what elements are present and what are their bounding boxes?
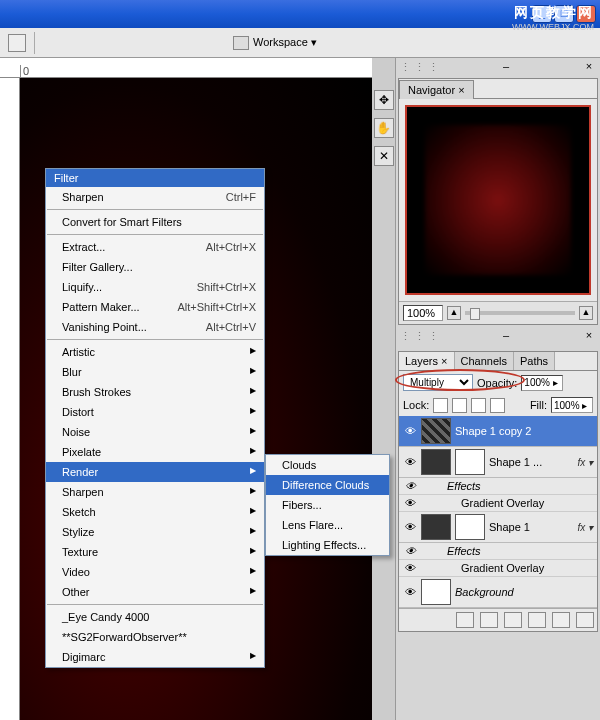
submenu-lighting-effects[interactable]: Lighting Effects... <box>266 535 389 555</box>
render-submenu: Clouds Difference Clouds Fibers... Lens … <box>265 454 390 556</box>
blend-mode-select[interactable]: Multiply <box>403 374 473 391</box>
visibility-icon[interactable]: 👁 <box>403 586 417 598</box>
crossed-tools-icon[interactable]: ✕ <box>374 146 394 166</box>
ruler-vertical <box>0 78 20 720</box>
fx-badge[interactable]: fx ▾ <box>577 457 593 468</box>
link-layers-icon[interactable] <box>456 612 474 628</box>
lock-all-icon[interactable] <box>490 398 505 413</box>
hand-icon[interactable]: ✋ <box>374 118 394 138</box>
layer-thumbnail[interactable] <box>421 418 451 444</box>
menu-item-sharpen[interactable]: Sharpen <box>46 482 264 502</box>
move-icon[interactable]: ✥ <box>374 90 394 110</box>
lock-transparency-icon[interactable] <box>433 398 448 413</box>
new-group-icon[interactable] <box>528 612 546 628</box>
menu-item-sharpen-last[interactable]: SharpenCtrl+F <box>46 187 264 207</box>
panel-collapse-icon[interactable]: – <box>499 329 513 343</box>
visibility-icon[interactable]: 👁 <box>403 521 417 533</box>
fx-badge[interactable]: fx ▾ <box>577 522 593 533</box>
window-titlebar: _ □ × <box>0 0 600 28</box>
tab-channels[interactable]: Channels <box>455 352 514 370</box>
filter-menu-title: Filter <box>46 169 264 187</box>
menu-item-video[interactable]: Video <box>46 562 264 582</box>
menu-item-extract[interactable]: Extract...Alt+Ctrl+X <box>46 237 264 257</box>
fill-label: Fill: <box>530 399 547 411</box>
menu-item-other[interactable]: Other <box>46 582 264 602</box>
zoom-value-input[interactable]: 100% <box>403 305 443 321</box>
zoom-out-icon[interactable]: ▲ <box>447 306 461 320</box>
menu-item-convert-smart[interactable]: Convert for Smart Filters <box>46 212 264 232</box>
menu-item-texture[interactable]: Texture <box>46 542 264 562</box>
menu-item-blur[interactable]: Blur <box>46 362 264 382</box>
menu-item-noise[interactable]: Noise <box>46 422 264 442</box>
layer-thumbnail[interactable] <box>421 579 451 605</box>
panel-grip[interactable]: ⋮⋮⋮–× <box>396 327 600 345</box>
layer-name[interactable]: Shape 1 <box>489 521 530 533</box>
layer-name[interactable]: Background <box>455 586 514 598</box>
layer-thumbnail[interactable] <box>421 514 451 540</box>
submenu-difference-clouds[interactable]: Difference Clouds <box>266 475 389 495</box>
layer-mask-icon[interactable] <box>504 612 522 628</box>
menu-item-liquify[interactable]: Liquify...Shift+Ctrl+X <box>46 277 264 297</box>
layer-mask-thumbnail[interactable] <box>455 449 485 475</box>
layers-panel: Layers × Channels Paths Multiply Opacity… <box>398 351 598 632</box>
submenu-fibers[interactable]: Fibers... <box>266 495 389 515</box>
effect-gradient-overlay[interactable]: 👁Gradient Overlay <box>399 560 597 577</box>
panel-close-icon[interactable]: × <box>582 60 596 74</box>
menu-item-pixelate[interactable]: Pixelate <box>46 442 264 462</box>
tab-paths[interactable]: Paths <box>514 352 555 370</box>
menu-item-artistic[interactable]: Artistic <box>46 342 264 362</box>
visibility-icon[interactable]: 👁 <box>403 456 417 468</box>
workspace-icon[interactable] <box>233 36 249 50</box>
options-bar: Workspace ▾ <box>0 28 600 58</box>
filter-menu: Filter SharpenCtrl+F Convert for Smart F… <box>45 168 265 668</box>
lock-position-icon[interactable] <box>471 398 486 413</box>
tab-navigator[interactable]: Navigator × <box>399 80 474 99</box>
menu-item-digimarc[interactable]: Digimarc <box>46 647 264 667</box>
layer-row[interactable]: 👁 Shape 1 fx ▾ <box>399 512 597 543</box>
menu-item-brush-strokes[interactable]: Brush Strokes <box>46 382 264 402</box>
menu-item-sketch[interactable]: Sketch <box>46 502 264 522</box>
layer-row[interactable]: 👁 Shape 1 copy 2 <box>399 416 597 447</box>
menu-item-distort[interactable]: Distort <box>46 402 264 422</box>
menu-item-eye-candy[interactable]: _Eye Candy 4000 <box>46 607 264 627</box>
panel-collapse-icon[interactable]: – <box>499 60 513 74</box>
lock-label: Lock: <box>403 399 429 411</box>
navigator-panel: Navigator × 100% ▲ ▲ <box>398 78 598 325</box>
opacity-input[interactable]: 100% ▸ <box>521 375 563 391</box>
opacity-label: Opacity: <box>477 377 517 389</box>
layer-row[interactable]: 👁 Shape 1 ... fx ▾ <box>399 447 597 478</box>
lock-pixels-icon[interactable] <box>452 398 467 413</box>
layer-style-icon[interactable] <box>480 612 498 628</box>
effects-row[interactable]: 👁Effects <box>399 543 597 560</box>
menu-item-filter-gallery[interactable]: Filter Gallery... <box>46 257 264 277</box>
submenu-lens-flare[interactable]: Lens Flare... <box>266 515 389 535</box>
panel-close-icon[interactable]: × <box>582 329 596 343</box>
zoom-in-icon[interactable]: ▲ <box>579 306 593 320</box>
side-tool-strip: ✥ ✋ ✕ <box>372 58 396 720</box>
layer-mask-thumbnail[interactable] <box>455 514 485 540</box>
effects-row[interactable]: 👁Effects <box>399 478 597 495</box>
ruler-horizontal: 0 <box>0 58 372 78</box>
layer-name[interactable]: Shape 1 copy 2 <box>455 425 531 437</box>
workspace-menu[interactable]: Workspace ▾ <box>253 36 317 49</box>
tool-preset-icon[interactable] <box>8 34 26 52</box>
submenu-clouds[interactable]: Clouds <box>266 455 389 475</box>
effect-gradient-overlay[interactable]: 👁Gradient Overlay <box>399 495 597 512</box>
watermark: 网页教学网 WWW.WEBJX.COM <box>512 4 594 32</box>
delete-layer-icon[interactable] <box>576 612 594 628</box>
tab-layers[interactable]: Layers × <box>399 352 455 370</box>
menu-item-stylize[interactable]: Stylize <box>46 522 264 542</box>
panel-grip[interactable]: ⋮⋮⋮–× <box>396 58 600 76</box>
menu-item-pattern-maker[interactable]: Pattern Maker...Alt+Shift+Ctrl+X <box>46 297 264 317</box>
layer-thumbnail[interactable] <box>421 449 451 475</box>
menu-item-vanishing-point[interactable]: Vanishing Point...Alt+Ctrl+V <box>46 317 264 337</box>
menu-item-render[interactable]: Render <box>46 462 264 482</box>
zoom-slider[interactable] <box>465 311 575 315</box>
fill-input[interactable]: 100% ▸ <box>551 397 593 413</box>
visibility-icon[interactable]: 👁 <box>403 425 417 437</box>
new-layer-icon[interactable] <box>552 612 570 628</box>
layer-row[interactable]: 👁 Background <box>399 577 597 608</box>
layer-name[interactable]: Shape 1 ... <box>489 456 542 468</box>
navigator-thumbnail[interactable] <box>405 105 591 295</box>
menu-item-sg2[interactable]: **SG2ForwardObserver** <box>46 627 264 647</box>
